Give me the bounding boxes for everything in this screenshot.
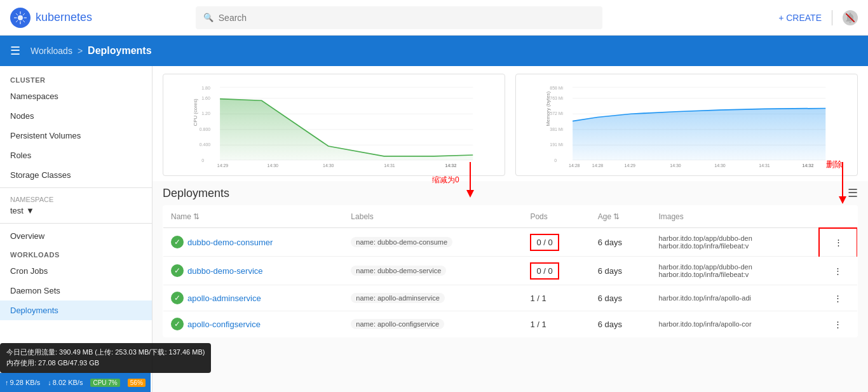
deployments-section: Deployments ☰ 缩减为0 删除 Name ⇅ Labels: [153, 181, 868, 337]
cell-age: 6 days: [590, 228, 651, 257]
sidebar-item-deployments[interactable]: Deployments: [0, 301, 152, 320]
row-actions-menu[interactable]: ⋮: [819, 257, 857, 285]
notification-icon[interactable]: [843, 10, 858, 25]
header-right: + CREATE: [778, 10, 858, 25]
memory-chart-card: Memory (bytes) 0 191 Mi 381 Mi 572 Mi 76…: [515, 74, 858, 176]
cpu-chart-card: CPU (cores) 0 0.400 0.800 1.20 1.60 1.80: [163, 74, 505, 176]
cell-images: harbor.itdo.top/app/dubbo-denharbor.itdo…: [651, 257, 819, 285]
search-icon: 🔍: [203, 13, 214, 22]
deployments-table: Name ⇅ Labels Pods Age ⇅ Images ✓ dubbo-…: [163, 205, 858, 337]
svg-text:0.400: 0.400: [200, 142, 211, 147]
content-area: CPU (cores) 0 0.400 0.800 1.20 1.60 1.80: [153, 66, 868, 392]
deployments-title: Deployments: [163, 187, 229, 200]
sidebar-divider-2: [0, 223, 152, 224]
download-icon: ↓: [48, 379, 51, 386]
svg-text:14:30: 14:30: [714, 163, 726, 168]
label-chip: name: dubbo-demo-consume: [351, 237, 452, 247]
svg-text:14:28: 14:28: [592, 163, 604, 168]
breadcrumb-current: Deployments: [88, 45, 151, 57]
sidebar-divider: [0, 187, 152, 188]
cell-labels: name: dubbo-demo-consume: [343, 228, 522, 257]
status-bar: ↑ 9.28 KB/s ↓ 8.02 KB/s CPU 7% 56%: [0, 373, 151, 392]
app-title: kubernetes: [36, 11, 92, 24]
create-button[interactable]: + CREATE: [778, 13, 822, 23]
svg-text:0: 0: [554, 158, 557, 163]
row-actions-menu[interactable]: ⋮: [819, 228, 857, 257]
svg-text:1.60: 1.60: [201, 96, 210, 100]
col-pods: Pods: [522, 206, 590, 228]
svg-text:14:28: 14:28: [569, 163, 580, 168]
cell-images: harbor.itdo.top/app/dubbo-denharbor.itdo…: [651, 228, 819, 257]
upload-icon: ↑: [5, 379, 9, 386]
svg-text:14:32: 14:32: [803, 163, 814, 168]
logo-area: kubernetes: [10, 8, 92, 28]
breadcrumb-workloads[interactable]: Workloads: [31, 46, 72, 56]
sidebar-item-namespaces[interactable]: Namespaces: [0, 86, 152, 106]
namespace-select[interactable]: test ▼: [10, 206, 142, 215]
namespace-label: Namespace: [10, 196, 142, 203]
upload-speed: ↑ 9.28 KB/s: [5, 379, 40, 386]
svg-text:1.80: 1.80: [201, 86, 210, 90]
col-age[interactable]: Age ⇅: [590, 206, 651, 228]
row-actions-menu[interactable]: ⋮: [819, 311, 857, 337]
sidebar-item-nodes[interactable]: Nodes: [0, 106, 152, 126]
filter-icon[interactable]: ☰: [848, 186, 858, 200]
download-speed: ↓ 8.02 KB/s: [48, 379, 83, 386]
cpu-chart: CPU (cores) 0 0.400 0.800 1.20 1.60 1.80: [168, 79, 499, 168]
col-name[interactable]: Name ⇅: [163, 206, 344, 228]
sidebar-item-storage-classes[interactable]: Storage Classes: [0, 165, 152, 185]
cell-age: 6 days: [590, 285, 651, 311]
svg-text:381 Mi: 381 Mi: [550, 127, 563, 132]
section-header: Deployments ☰: [163, 186, 858, 200]
namespace-section: Namespace test ▼: [0, 191, 152, 220]
sidebar-item-cron-jobs[interactable]: Cron Jobs: [0, 261, 152, 281]
search-input[interactable]: [219, 13, 595, 23]
svg-text:14:30: 14:30: [670, 163, 681, 168]
svg-text:14:31: 14:31: [384, 163, 395, 168]
deployment-name[interactable]: dubbo-demo-consumer: [187, 238, 273, 247]
cell-name: ✓ dubbo-demo-consumer: [163, 228, 344, 257]
svg-text:14:31: 14:31: [759, 163, 770, 168]
header-divider: [832, 10, 832, 25]
cpu-badge: CPU 7%: [90, 379, 119, 387]
cell-name: ✓ apollo-configservice: [163, 311, 344, 337]
status-icon: ✓: [171, 292, 184, 304]
svg-text:CPU (cores): CPU (cores): [193, 98, 198, 126]
sidebar-item-roles[interactable]: Roles: [0, 145, 152, 165]
table-row: ✓ dubbo-demo-service name: dubbo-demo-se…: [163, 257, 858, 285]
label-chip: name: apollo-configservice: [351, 319, 444, 329]
cell-labels: name: apollo-configservice: [343, 311, 522, 337]
deployment-name[interactable]: apollo-configservice: [187, 320, 261, 329]
breadcrumb: Workloads > Deployments: [31, 45, 152, 57]
col-labels: Labels: [343, 206, 522, 228]
cell-name: ✓ dubbo-demo-service: [163, 257, 344, 285]
cell-pods: 0 / 0: [522, 228, 590, 257]
status-icon: ✓: [171, 318, 184, 330]
deployment-name[interactable]: dubbo-demo-service: [187, 266, 263, 276]
col-images: Images: [651, 206, 819, 228]
breadcrumb-separator: >: [78, 46, 83, 56]
svg-text:1.20: 1.20: [201, 111, 210, 116]
pods-count: 1 / 1: [530, 294, 546, 303]
table-row: ✓ apollo-configservice name: apollo-conf…: [163, 311, 858, 337]
charts-row: CPU (cores) 0 0.400 0.800 1.20 1.60 1.80: [153, 66, 868, 181]
chevron-down-icon: ▼: [26, 206, 34, 215]
workloads-section-title: Workloads: [0, 246, 152, 261]
col-actions: [819, 206, 857, 228]
search-bar[interactable]: 🔍: [196, 6, 602, 29]
svg-text:763 Mi: 763 Mi: [550, 96, 563, 100]
sidebar-item-persistent-volumes[interactable]: Persistent Volumes: [0, 126, 152, 145]
sidebar-item-overview[interactable]: Overview: [0, 226, 152, 246]
pods-count: 1 / 1: [530, 320, 546, 329]
cell-pods: 1 / 1: [522, 285, 590, 311]
row-actions-menu[interactable]: ⋮: [819, 285, 857, 311]
hamburger-menu[interactable]: ☰: [10, 44, 20, 58]
cell-labels: name: dubbo-demo-service: [343, 257, 522, 285]
svg-text:14:29: 14:29: [625, 163, 636, 168]
svg-text:572 Mi: 572 Mi: [550, 111, 563, 116]
svg-text:14:29: 14:29: [217, 163, 229, 168]
deployment-name[interactable]: apollo-adminservice: [187, 294, 261, 303]
svg-text:858 Mi: 858 Mi: [550, 86, 563, 90]
svg-text:191 Mi: 191 Mi: [550, 142, 563, 147]
sidebar-item-daemon-sets[interactable]: Daemon Sets: [0, 281, 152, 301]
